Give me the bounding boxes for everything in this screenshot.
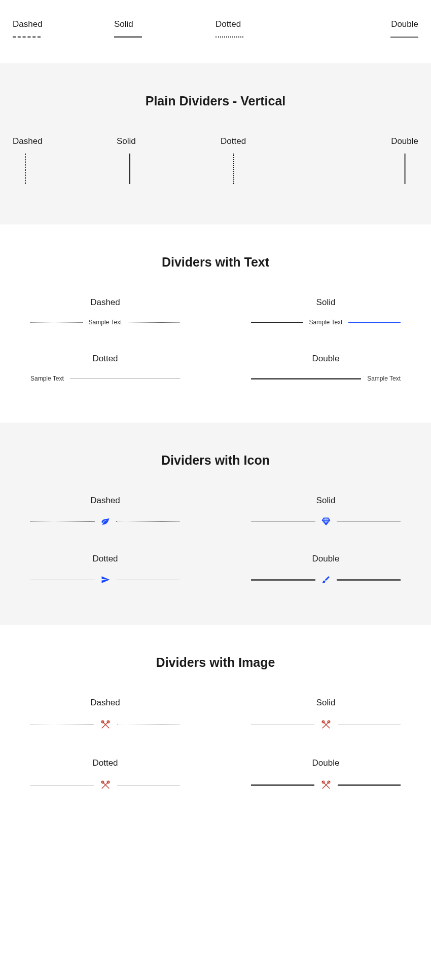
- icon-divider-double: [251, 575, 401, 584]
- divider-row: Dashed Solid: [10, 698, 421, 730]
- image-divider-dashed: [30, 719, 180, 730]
- icon-dividers-section: Dividers with Icon Dashed Solid: [0, 423, 431, 625]
- divider-row: Dashed Sample Text Solid Sample Text: [10, 297, 421, 326]
- vdivider-solid: [129, 154, 130, 184]
- divider-col-dashed: Dashed: [13, 19, 114, 38]
- leaf-icon: [101, 517, 110, 526]
- section-title: Dividers with Text: [10, 255, 421, 270]
- text-dividers-section: Dividers with Text Dashed Sample Text So…: [0, 224, 431, 423]
- divider-row: Dotted Sample Text Double Sample Text: [10, 354, 421, 382]
- divider-label: Dotted: [30, 758, 180, 768]
- divider-text: Sample Text: [89, 319, 122, 326]
- gem-icon: [321, 517, 331, 526]
- image-divider-double: [251, 779, 401, 790]
- line-right: [70, 379, 180, 379]
- divider-col-solid: Solid: [251, 698, 401, 730]
- divider-col-dashed: Dashed: [13, 136, 106, 184]
- divider-text: Sample Text: [367, 375, 401, 382]
- section-title: Dividers with Icon: [10, 453, 421, 468]
- divider-row: Dashed Solid Dotted Double: [10, 136, 421, 184]
- divider-dotted: [216, 36, 243, 37]
- utensils-icon: [320, 719, 332, 730]
- text-divider-dashed: Sample Text: [30, 319, 180, 326]
- utensils-icon: [100, 779, 111, 790]
- divider-label: Dashed: [30, 496, 180, 506]
- icon-divider-solid: [251, 517, 401, 526]
- line-left: [30, 521, 95, 522]
- divider-label: Dotted: [30, 554, 180, 564]
- line-left: [30, 725, 94, 725]
- divider-label: Dashed: [13, 19, 114, 29]
- divider-label: Dashed: [30, 297, 180, 308]
- icon-divider-dashed: [30, 517, 180, 526]
- divider-label: Solid: [251, 297, 401, 308]
- line-left: [251, 725, 314, 725]
- divider-col-solid: Solid Sample Text: [251, 297, 401, 326]
- divider-label: Dotted: [221, 136, 314, 146]
- divider-row: Dashed Solid: [10, 496, 421, 526]
- divider-label: Dotted: [30, 354, 180, 364]
- divider-col-double: Double: [317, 19, 418, 38]
- divider-label: Solid: [251, 698, 401, 708]
- line-left: [251, 322, 303, 323]
- line-left: [251, 378, 361, 380]
- line-left: [30, 580, 95, 580]
- divider-label: Dashed: [13, 136, 106, 146]
- divider-col-dotted: Dotted: [221, 136, 314, 184]
- divider-label: Dotted: [216, 19, 317, 29]
- line-right: [338, 725, 401, 725]
- line-left: [251, 784, 314, 786]
- brush-icon: [321, 575, 331, 584]
- divider-col-solid: Solid: [117, 136, 210, 184]
- line-right: [117, 725, 181, 725]
- divider-label: Double: [251, 758, 401, 768]
- divider-label: Double: [317, 19, 418, 29]
- divider-col-double: Double Sample Text: [251, 354, 401, 382]
- divider-label: Solid: [117, 136, 210, 146]
- divider-col-double: Double: [325, 136, 418, 184]
- section-title: Plain Dividers - Vertical: [10, 94, 421, 108]
- divider-double: [390, 36, 418, 38]
- line-left: [30, 785, 94, 785]
- divider-col-double: Double: [251, 758, 401, 790]
- vdivider-dashed: [25, 154, 26, 184]
- line-right: [116, 521, 181, 522]
- utensils-icon: [320, 779, 332, 790]
- text-divider-solid: Sample Text: [251, 319, 401, 326]
- divider-label: Double: [251, 554, 401, 564]
- image-divider-dotted: [30, 779, 180, 790]
- divider-label: Solid: [251, 496, 401, 506]
- divider-solid: [114, 36, 142, 37]
- line-left: [251, 521, 315, 522]
- vdivider-dotted: [233, 154, 234, 184]
- divider-col-dotted: Dotted: [216, 19, 317, 38]
- divider-row: Dotted Double: [10, 758, 421, 790]
- line-left: [30, 322, 83, 323]
- section-title: Dividers with Image: [10, 655, 421, 670]
- divider-label: Solid: [114, 19, 216, 29]
- divider-col-solid: Solid: [251, 496, 401, 526]
- line-right: [337, 579, 401, 581]
- plain-vertical-section: Plain Dividers - Vertical Dashed Solid D…: [0, 63, 431, 224]
- divider-text: Sample Text: [309, 319, 343, 326]
- divider-col-dashed: Dashed: [30, 496, 180, 526]
- line-left: [251, 579, 315, 581]
- divider-col-dotted: Dotted: [30, 554, 180, 584]
- text-divider-double: Sample Text: [251, 375, 401, 382]
- line-right: [338, 784, 401, 786]
- divider-row: Dashed Solid Dotted Double: [10, 10, 421, 53]
- divider-text: Sample Text: [30, 375, 64, 382]
- divider-label: Double: [251, 354, 401, 364]
- divider-col-solid: Solid: [114, 19, 216, 38]
- divider-label: Dashed: [30, 698, 180, 708]
- text-divider-dotted: Sample Text: [30, 375, 180, 382]
- image-dividers-section: Dividers with Image Dashed Solid: [0, 625, 431, 831]
- utensils-icon: [100, 719, 111, 730]
- line-right: [117, 785, 181, 785]
- icon-divider-dotted: [30, 575, 180, 584]
- plain-horizontal-section: Dashed Solid Dotted Double: [0, 0, 431, 63]
- divider-col-dashed: Dashed Sample Text: [30, 297, 180, 326]
- paper-plane-icon: [101, 575, 110, 584]
- divider-label: Double: [325, 136, 418, 146]
- vdivider-double: [404, 154, 406, 184]
